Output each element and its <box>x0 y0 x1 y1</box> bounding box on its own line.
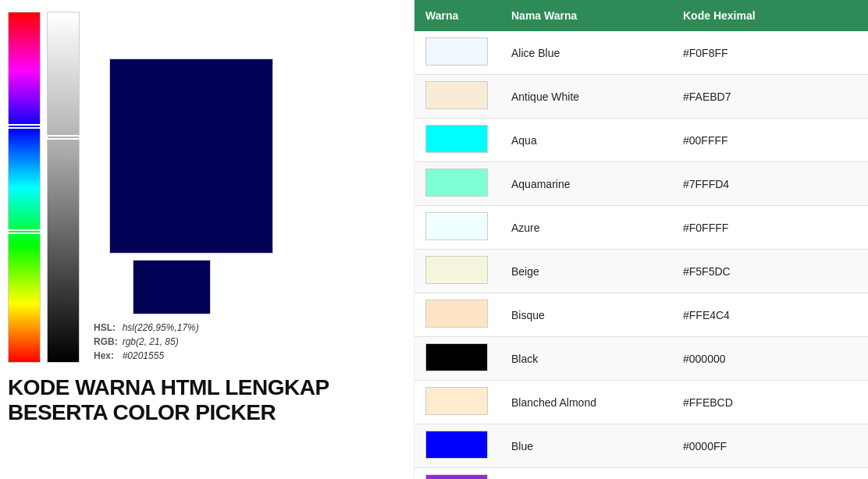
hsl-value: hsl(226,95%,17%) <box>123 321 204 335</box>
right-panel: Warna Nama Warna Kode Heximal Alice Blue… <box>414 0 868 479</box>
rgb-label: RGB: <box>94 335 123 349</box>
color-swatch-cell <box>414 250 500 293</box>
header-nama-warna: Nama Warna <box>500 0 672 31</box>
hex-label: Hex: <box>94 349 123 363</box>
table-row[interactable]: Aquamarine#7FFFD4 <box>414 162 868 206</box>
color-preview-area: HSL: hsl(226,95%,17%) RGB: rgb(2, 21, 85… <box>86 12 406 363</box>
color-swatch <box>425 212 488 240</box>
color-name: Black <box>500 337 672 381</box>
color-swatch-cell <box>414 119 500 162</box>
table-row[interactable]: Alice Blue#F0F8FF <box>414 31 868 75</box>
color-name: Azure <box>500 206 672 250</box>
table-row[interactable]: Blue#0000FF <box>414 424 868 468</box>
color-swatch-cell <box>414 381 500 424</box>
rgb-value: rgb(2, 21, 85) <box>123 335 204 349</box>
table-row[interactable]: Azure#F0FFFF <box>414 206 868 250</box>
color-swatch-cell <box>414 31 500 75</box>
color-extra <box>781 250 868 293</box>
table-row[interactable]: Antique White#FAEBD7 <box>414 75 868 119</box>
color-name: Beige <box>500 250 672 293</box>
color-hex: #FFEBCD <box>672 381 781 424</box>
color-swatch-cell <box>414 162 500 206</box>
color-name: Aquamarine <box>500 162 672 206</box>
color-extra <box>781 31 868 75</box>
color-hex: #F0F8FF <box>672 31 781 75</box>
color-info: HSL: hsl(226,95%,17%) RGB: rgb(2, 21, 85… <box>94 321 406 363</box>
color-hex: #0000FF <box>672 424 781 468</box>
table-header-row: Warna Nama Warna Kode Heximal <box>414 0 868 31</box>
header-kode-heximal: Kode Heximal <box>672 0 781 31</box>
color-tools: HSL: hsl(226,95%,17%) RGB: rgb(2, 21, 85… <box>8 12 406 363</box>
color-extra <box>781 162 868 206</box>
color-swatch <box>425 169 488 197</box>
color-hex: #7FFFD4 <box>672 162 781 206</box>
color-table: Warna Nama Warna Kode Heximal Alice Blue… <box>414 0 868 479</box>
color-swatch <box>425 300 488 328</box>
color-swatch <box>425 256 488 284</box>
color-hex: #FFE4C4 <box>672 293 781 337</box>
color-swatch <box>425 125 488 153</box>
color-hex: #F0FFFF <box>672 206 781 250</box>
table-row[interactable]: Aqua#00FFFF <box>414 119 868 162</box>
color-swatch-cell <box>414 337 500 381</box>
color-swatch <box>425 474 488 479</box>
table-row[interactable]: Blue Violet#8A2BE2 <box>414 468 868 480</box>
color-swatch-cell <box>414 75 500 119</box>
hsl-label: HSL: <box>94 321 123 335</box>
color-name: Blanched Almond <box>500 381 672 424</box>
color-extra <box>781 337 868 381</box>
color-extra <box>781 119 868 162</box>
color-swatch <box>425 37 488 66</box>
color-hex: #00FFFF <box>672 119 781 162</box>
table-row[interactable]: Black#000000 <box>414 337 868 381</box>
color-swatch-cell <box>414 468 500 480</box>
color-hex: #8A2BE2 <box>672 468 781 480</box>
color-small-preview <box>133 260 211 314</box>
hue-thumb-bottom <box>7 229 41 234</box>
color-name: Blue Violet <box>500 468 672 480</box>
hue-strip[interactable] <box>8 12 41 363</box>
color-swatch-cell <box>414 293 500 337</box>
color-name: Antique White <box>500 75 672 119</box>
color-swatch-cell <box>414 206 500 250</box>
color-name: Blue <box>500 424 672 468</box>
color-swatch-cell <box>414 424 500 468</box>
color-extra <box>781 381 868 424</box>
color-extra <box>781 293 868 337</box>
color-extra <box>781 468 868 480</box>
hue-thumb-top <box>7 124 41 129</box>
brightness-thumb <box>46 135 80 140</box>
color-extra <box>781 206 868 250</box>
header-warna: Warna <box>414 0 500 31</box>
hex-value: #0201555 <box>123 349 204 363</box>
color-swatch <box>425 387 488 415</box>
color-swatch <box>425 343 488 371</box>
header-extra <box>781 0 868 31</box>
page-title: KODE WARNA HTML LENGKAP BESERTA COLOR PI… <box>8 375 406 425</box>
table-row[interactable]: Blanched Almond#FFEBCD <box>414 381 868 424</box>
color-swatch <box>425 81 488 109</box>
color-name: Aqua <box>500 119 672 162</box>
table-row[interactable]: Bisque#FFE4C4 <box>414 293 868 337</box>
brightness-strip[interactable] <box>47 12 80 363</box>
color-hex: #000000 <box>672 337 781 381</box>
color-name: Alice Blue <box>500 31 672 75</box>
color-main-preview <box>109 59 273 254</box>
left-panel: HSL: hsl(226,95%,17%) RGB: rgb(2, 21, 85… <box>0 0 414 479</box>
color-extra <box>781 424 868 468</box>
color-hex: #F5F5DC <box>672 250 781 293</box>
color-extra <box>781 75 868 119</box>
color-swatch <box>425 431 488 459</box>
color-hex: #FAEBD7 <box>672 75 781 119</box>
table-row[interactable]: Beige#F5F5DC <box>414 250 868 293</box>
color-name: Bisque <box>500 293 672 337</box>
